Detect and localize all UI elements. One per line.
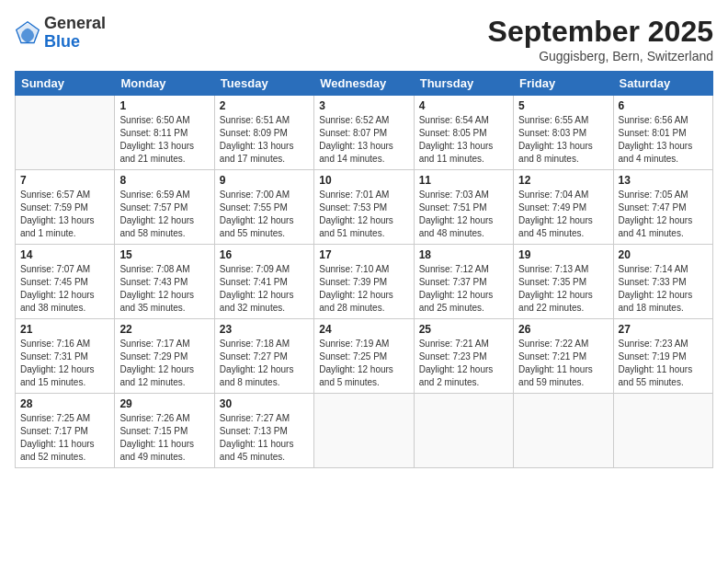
page-header: General Blue September 2025 Guggisberg, … (15, 15, 713, 63)
day-number: 19 (518, 248, 608, 261)
calendar-day-cell: 30Sunrise: 7:27 AM Sunset: 7:13 PM Dayli… (214, 394, 313, 468)
day-of-week-header: Tuesday (214, 72, 313, 96)
day-info: Sunrise: 6:56 AM Sunset: 8:01 PM Dayligh… (619, 114, 708, 166)
day-number: 27 (619, 323, 708, 336)
day-of-week-header: Friday (514, 72, 613, 96)
logo: General Blue (15, 15, 106, 52)
day-info: Sunrise: 6:52 AM Sunset: 8:07 PM Dayligh… (319, 114, 408, 166)
calendar-day-cell (514, 394, 613, 468)
day-number: 30 (220, 397, 309, 410)
day-info: Sunrise: 7:27 AM Sunset: 7:13 PM Dayligh… (220, 412, 309, 464)
day-number: 3 (319, 99, 408, 112)
month-title: September 2025 (488, 15, 713, 49)
calendar-day-cell: 27Sunrise: 7:23 AM Sunset: 7:19 PM Dayli… (613, 319, 712, 394)
day-number: 4 (419, 99, 508, 112)
day-info: Sunrise: 7:18 AM Sunset: 7:27 PM Dayligh… (220, 338, 309, 389)
calendar-day-cell (414, 394, 513, 468)
calendar-day-cell: 29Sunrise: 7:26 AM Sunset: 7:15 PM Dayli… (115, 394, 214, 468)
calendar-day-cell: 3Sunrise: 6:52 AM Sunset: 8:07 PM Daylig… (314, 96, 414, 170)
day-number: 29 (119, 397, 209, 410)
day-info: Sunrise: 6:51 AM Sunset: 8:09 PM Dayligh… (220, 114, 309, 166)
day-number: 8 (119, 174, 209, 187)
day-info: Sunrise: 7:09 AM Sunset: 7:41 PM Dayligh… (220, 263, 309, 315)
calendar-day-cell: 2Sunrise: 6:51 AM Sunset: 8:09 PM Daylig… (214, 96, 313, 170)
calendar-day-cell (613, 394, 712, 468)
calendar-day-cell: 12Sunrise: 7:04 AM Sunset: 7:49 PM Dayli… (514, 170, 613, 245)
day-info: Sunrise: 6:57 AM Sunset: 7:59 PM Dayligh… (20, 189, 109, 240)
calendar-day-cell: 18Sunrise: 7:12 AM Sunset: 7:37 PM Dayli… (414, 245, 513, 319)
day-info: Sunrise: 7:16 AM Sunset: 7:31 PM Dayligh… (20, 338, 109, 389)
day-info: Sunrise: 7:26 AM Sunset: 7:15 PM Dayligh… (119, 412, 209, 464)
day-info: Sunrise: 7:23 AM Sunset: 7:19 PM Dayligh… (619, 338, 708, 389)
day-of-week-header: Wednesday (314, 72, 414, 96)
day-info: Sunrise: 7:22 AM Sunset: 7:21 PM Dayligh… (518, 338, 608, 389)
logo-text: General Blue (44, 15, 106, 52)
day-number: 25 (419, 323, 508, 336)
calendar-day-cell: 8Sunrise: 6:59 AM Sunset: 7:57 PM Daylig… (115, 170, 214, 245)
day-info: Sunrise: 7:00 AM Sunset: 7:55 PM Dayligh… (220, 189, 309, 240)
day-number: 9 (220, 174, 309, 187)
day-number: 10 (319, 174, 408, 187)
calendar-day-cell: 6Sunrise: 6:56 AM Sunset: 8:01 PM Daylig… (613, 96, 712, 170)
day-number: 21 (20, 323, 109, 336)
calendar-week-row: 21Sunrise: 7:16 AM Sunset: 7:31 PM Dayli… (16, 319, 713, 394)
day-info: Sunrise: 7:12 AM Sunset: 7:37 PM Dayligh… (419, 263, 508, 315)
day-info: Sunrise: 6:50 AM Sunset: 8:11 PM Dayligh… (119, 114, 209, 166)
calendar-day-cell: 21Sunrise: 7:16 AM Sunset: 7:31 PM Dayli… (16, 319, 115, 394)
day-of-week-header: Saturday (613, 72, 712, 96)
calendar-header-row: SundayMondayTuesdayWednesdayThursdayFrid… (16, 72, 713, 96)
day-info: Sunrise: 7:25 AM Sunset: 7:17 PM Dayligh… (20, 412, 109, 464)
logo-general-text: General (44, 14, 106, 32)
day-of-week-header: Thursday (414, 72, 513, 96)
day-info: Sunrise: 7:17 AM Sunset: 7:29 PM Dayligh… (119, 338, 209, 389)
day-number: 11 (419, 174, 508, 187)
calendar-day-cell: 5Sunrise: 6:55 AM Sunset: 8:03 PM Daylig… (514, 96, 613, 170)
day-number: 16 (220, 248, 309, 261)
calendar-day-cell: 23Sunrise: 7:18 AM Sunset: 7:27 PM Dayli… (214, 319, 313, 394)
calendar-day-cell: 25Sunrise: 7:21 AM Sunset: 7:23 PM Dayli… (414, 319, 513, 394)
day-number: 23 (220, 323, 309, 336)
location: Guggisberg, Bern, Switzerland (488, 49, 713, 63)
day-number: 5 (518, 99, 608, 112)
day-info: Sunrise: 6:59 AM Sunset: 7:57 PM Dayligh… (119, 189, 209, 240)
calendar-day-cell: 20Sunrise: 7:14 AM Sunset: 7:33 PM Dayli… (613, 245, 712, 319)
day-number: 28 (20, 397, 109, 410)
logo-icon (15, 20, 40, 46)
day-info: Sunrise: 7:04 AM Sunset: 7:49 PM Dayligh… (518, 189, 608, 240)
day-number: 13 (619, 174, 708, 187)
calendar-day-cell: 22Sunrise: 7:17 AM Sunset: 7:29 PM Dayli… (115, 319, 214, 394)
calendar-day-cell: 16Sunrise: 7:09 AM Sunset: 7:41 PM Dayli… (214, 245, 313, 319)
calendar-day-cell: 4Sunrise: 6:54 AM Sunset: 8:05 PM Daylig… (414, 96, 513, 170)
day-number: 7 (20, 174, 109, 187)
calendar-day-cell: 14Sunrise: 7:07 AM Sunset: 7:45 PM Dayli… (16, 245, 115, 319)
day-number: 2 (220, 99, 309, 112)
calendar-day-cell: 1Sunrise: 6:50 AM Sunset: 8:11 PM Daylig… (115, 96, 214, 170)
calendar-week-row: 7Sunrise: 6:57 AM Sunset: 7:59 PM Daylig… (16, 170, 713, 245)
day-number: 1 (119, 99, 209, 112)
day-number: 15 (119, 248, 209, 261)
calendar-week-row: 1Sunrise: 6:50 AM Sunset: 8:11 PM Daylig… (16, 96, 713, 170)
day-info: Sunrise: 7:10 AM Sunset: 7:39 PM Dayligh… (319, 263, 408, 315)
day-info: Sunrise: 7:19 AM Sunset: 7:25 PM Dayligh… (319, 338, 408, 389)
title-block: September 2025 Guggisberg, Bern, Switzer… (488, 15, 713, 63)
day-of-week-header: Sunday (16, 72, 115, 96)
day-number: 26 (518, 323, 608, 336)
day-number: 18 (419, 248, 508, 261)
calendar-day-cell (16, 96, 115, 170)
calendar-day-cell: 15Sunrise: 7:08 AM Sunset: 7:43 PM Dayli… (115, 245, 214, 319)
day-info: Sunrise: 7:08 AM Sunset: 7:43 PM Dayligh… (119, 263, 209, 315)
calendar-day-cell: 7Sunrise: 6:57 AM Sunset: 7:59 PM Daylig… (16, 170, 115, 245)
calendar-day-cell: 28Sunrise: 7:25 AM Sunset: 7:17 PM Dayli… (16, 394, 115, 468)
day-info: Sunrise: 7:05 AM Sunset: 7:47 PM Dayligh… (619, 189, 708, 240)
day-info: Sunrise: 7:01 AM Sunset: 7:53 PM Dayligh… (319, 189, 408, 240)
day-number: 6 (619, 99, 708, 112)
logo-blue-text: Blue (44, 32, 80, 51)
day-number: 14 (20, 248, 109, 261)
day-info: Sunrise: 7:03 AM Sunset: 7:51 PM Dayligh… (419, 189, 508, 240)
calendar-day-cell: 11Sunrise: 7:03 AM Sunset: 7:51 PM Dayli… (414, 170, 513, 245)
day-number: 17 (319, 248, 408, 261)
day-info: Sunrise: 6:55 AM Sunset: 8:03 PM Dayligh… (518, 114, 608, 166)
calendar-day-cell: 26Sunrise: 7:22 AM Sunset: 7:21 PM Dayli… (514, 319, 613, 394)
day-number: 12 (518, 174, 608, 187)
calendar-day-cell: 17Sunrise: 7:10 AM Sunset: 7:39 PM Dayli… (314, 245, 414, 319)
